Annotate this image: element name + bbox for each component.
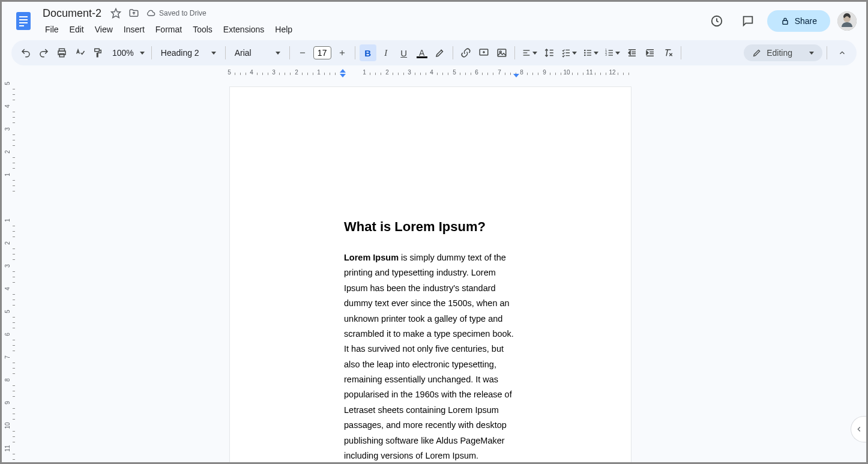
star-icon[interactable] bbox=[110, 7, 122, 19]
text-color-button[interactable]: A bbox=[414, 44, 430, 61]
ruler-number: 8 bbox=[4, 376, 11, 384]
ruler-number: 2 bbox=[385, 69, 389, 76]
paint-format-button[interactable] bbox=[89, 44, 106, 61]
ruler-number: 11 bbox=[586, 69, 592, 76]
share-button[interactable]: Share bbox=[767, 10, 830, 32]
move-folder-icon[interactable] bbox=[128, 7, 140, 19]
highlight-button[interactable] bbox=[432, 44, 448, 61]
line-spacing-button[interactable] bbox=[541, 44, 558, 61]
separator bbox=[514, 46, 515, 59]
ruler-number: 4 bbox=[4, 285, 11, 293]
decrease-indent-button[interactable] bbox=[624, 44, 640, 61]
save-status[interactable]: Saved to Drive bbox=[146, 8, 206, 18]
document-title[interactable]: Document-2 bbox=[40, 6, 104, 21]
svg-rect-7 bbox=[783, 20, 788, 24]
ruler-number: 11 bbox=[4, 444, 11, 453]
ruler-number: 2 bbox=[4, 239, 11, 247]
svg-rect-3 bbox=[19, 22, 28, 23]
menu-bar: File Edit View Insert Format Tools Exten… bbox=[40, 22, 705, 37]
svg-rect-13 bbox=[95, 49, 100, 52]
ruler-number: 8 bbox=[520, 69, 523, 76]
cloud-icon bbox=[146, 8, 155, 18]
undo-button[interactable] bbox=[17, 44, 34, 61]
redo-button[interactable] bbox=[35, 44, 52, 61]
menu-tools[interactable]: Tools bbox=[188, 22, 217, 37]
font-size-input[interactable] bbox=[313, 46, 331, 59]
numbered-list-button[interactable]: 123 bbox=[602, 44, 622, 61]
ruler-number: 3 bbox=[4, 262, 11, 270]
chevron-down-icon bbox=[809, 52, 814, 55]
collapse-toolbar-button[interactable] bbox=[834, 44, 851, 61]
svg-text:3: 3 bbox=[605, 53, 607, 56]
insert-link-button[interactable] bbox=[457, 44, 474, 61]
ruler-number: 10 bbox=[4, 421, 11, 430]
add-comment-button[interactable] bbox=[475, 44, 492, 61]
ruler-number: 3 bbox=[4, 125, 11, 133]
comment-icon[interactable] bbox=[736, 9, 760, 33]
chevron-down-icon bbox=[276, 52, 280, 55]
separator bbox=[827, 46, 827, 59]
increase-indent-button[interactable] bbox=[642, 44, 659, 61]
decrease-font-button[interactable] bbox=[294, 44, 311, 61]
separator bbox=[289, 46, 290, 59]
checklist-button[interactable] bbox=[559, 44, 579, 61]
menu-insert[interactable]: Insert bbox=[119, 22, 149, 37]
align-button[interactable] bbox=[519, 44, 540, 61]
paragraph-style-select[interactable]: Heading 2 bbox=[156, 48, 221, 58]
horizontal-ruler[interactable]: 54321123456789101112 bbox=[2, 69, 866, 79]
svg-rect-4 bbox=[19, 25, 24, 26]
ruler-number: 5 bbox=[228, 69, 231, 76]
ruler-number: 4 bbox=[430, 69, 433, 76]
ruler-number: 1 bbox=[4, 170, 11, 179]
history-icon[interactable] bbox=[705, 9, 729, 33]
separator bbox=[225, 46, 226, 59]
menu-help[interactable]: Help bbox=[270, 22, 297, 37]
ruler-number: 3 bbox=[408, 69, 411, 76]
document-canvas[interactable]: What is Lorem Ipsum? Lorem Ipsum is simp… bbox=[19, 79, 866, 462]
ruler-number: 10 bbox=[563, 69, 570, 76]
ruler-number: 2 bbox=[4, 148, 11, 156]
menu-extensions[interactable]: Extensions bbox=[219, 22, 269, 37]
zoom-select[interactable]: 100% bbox=[107, 44, 147, 61]
ruler-number: 12 bbox=[609, 69, 615, 76]
page[interactable]: What is Lorem Ipsum? Lorem Ipsum is simp… bbox=[230, 87, 631, 462]
svg-rect-2 bbox=[19, 19, 28, 20]
font-select[interactable]: Arial bbox=[230, 48, 285, 58]
spellcheck-button[interactable] bbox=[71, 44, 88, 61]
docs-logo-icon[interactable] bbox=[11, 9, 35, 33]
svg-point-23 bbox=[584, 50, 585, 50]
svg-point-24 bbox=[584, 52, 585, 53]
body-paragraph[interactable]: Lorem Ipsum is simply dummy text of the … bbox=[344, 250, 518, 462]
vertical-ruler[interactable]: 543211234567891011 bbox=[2, 79, 19, 462]
ruler-number: 6 bbox=[475, 69, 478, 76]
ruler-number: 5 bbox=[4, 79, 11, 88]
italic-button[interactable]: I bbox=[378, 44, 394, 61]
svg-rect-0 bbox=[16, 12, 31, 30]
title-area: Document-2 Saved to Drive File Edit View… bbox=[40, 6, 705, 37]
ruler-number: 1 bbox=[4, 216, 11, 224]
editing-mode-button[interactable]: Editing bbox=[744, 44, 822, 61]
ruler-number: 1 bbox=[363, 69, 366, 76]
menu-format[interactable]: Format bbox=[151, 22, 187, 37]
menu-edit[interactable]: Edit bbox=[65, 22, 89, 37]
avatar[interactable] bbox=[837, 11, 857, 31]
increase-font-button[interactable] bbox=[334, 44, 351, 61]
svg-marker-5 bbox=[112, 9, 121, 18]
print-button[interactable] bbox=[53, 44, 70, 61]
clear-formatting-button[interactable] bbox=[660, 44, 677, 61]
chevron-down-icon bbox=[572, 52, 577, 55]
menu-file[interactable]: File bbox=[40, 22, 64, 37]
bold-button[interactable]: B bbox=[360, 44, 376, 61]
font-size-control bbox=[294, 44, 351, 61]
ruler-number: 4 bbox=[250, 69, 253, 76]
ruler-number: 3 bbox=[272, 69, 276, 76]
ruler-number: 2 bbox=[295, 69, 298, 76]
bulleted-list-button[interactable] bbox=[580, 44, 601, 61]
lock-icon bbox=[780, 16, 790, 26]
ruler-number: 6 bbox=[4, 330, 11, 339]
underline-button[interactable]: U bbox=[396, 44, 412, 61]
menu-view[interactable]: View bbox=[90, 22, 118, 37]
header-right: Share bbox=[705, 9, 857, 33]
insert-image-button[interactable] bbox=[493, 44, 510, 61]
heading[interactable]: What is Lorem Ipsum? bbox=[344, 219, 588, 235]
